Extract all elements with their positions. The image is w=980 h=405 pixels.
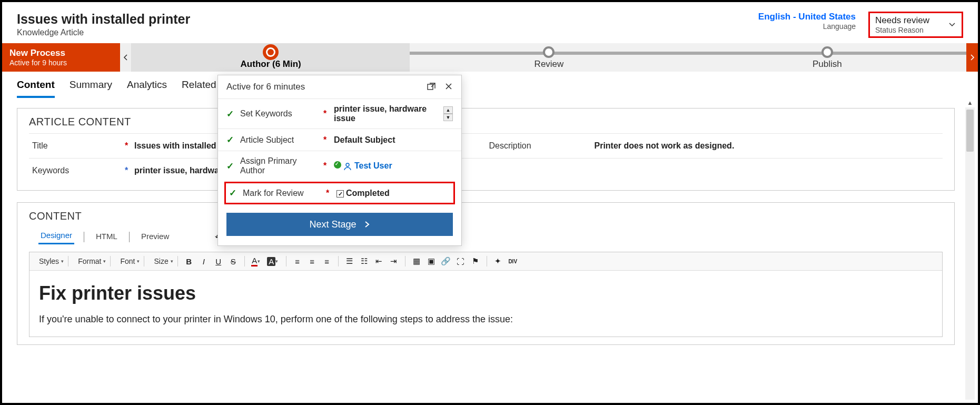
flyout-field-label: Assign Primary Author: [240, 156, 319, 175]
flyout-row-author[interactable]: ✓ Assign Primary Author * Test User: [218, 151, 461, 181]
process-active-duration: Active for 9 hours: [9, 58, 113, 67]
checkbox-checked-icon[interactable]: ✓: [336, 190, 344, 197]
popout-icon[interactable]: [427, 82, 436, 92]
separator: [244, 256, 245, 266]
stage-indicator-active: [263, 44, 279, 60]
header-right: English - United States Language Needs r…: [758, 12, 963, 38]
article-content-section: ARTICLE CONTENT Title * Issues with inst…: [17, 108, 955, 191]
stage-label: Author (6 Min): [241, 59, 301, 70]
bulleted-list-icon[interactable]: ☷: [359, 255, 370, 267]
align-left-icon[interactable]: ≡: [292, 255, 303, 267]
vertical-scrollbar[interactable]: ▲: [965, 107, 975, 400]
page-header: Issues with installed printer Knowledge …: [2, 2, 978, 43]
svg-rect-0: [428, 84, 433, 90]
business-process-flow: New Process Active for 9 hours Author (6…: [2, 43, 978, 72]
content-paragraph: If you're unable to connect to your prin…: [39, 314, 933, 325]
numbered-list-icon[interactable]: ☰: [344, 255, 355, 267]
required-asterisk: *: [326, 189, 332, 198]
tab-related[interactable]: Related: [182, 79, 216, 98]
record-title: Issues with installed printer: [17, 12, 190, 27]
flag-icon[interactable]: ⚑: [470, 255, 481, 267]
scroll-up-icon[interactable]: ▲: [965, 98, 975, 107]
editor-content-area[interactable]: Fix printer issues If you're unable to c…: [29, 271, 942, 337]
status-reason-field[interactable]: Needs review Status Reason: [868, 12, 963, 38]
image-icon[interactable]: ▣: [425, 255, 437, 267]
align-right-icon[interactable]: ≡: [321, 255, 333, 267]
user-link[interactable]: Test User: [354, 161, 392, 170]
separator: [84, 232, 84, 242]
flyout-row-subject[interactable]: ✓ Article Subject * Default Subject: [218, 129, 461, 151]
process-stages: Author (6 Min) Review Publish: [132, 43, 966, 72]
header-left: Issues with installed printer Knowledge …: [17, 12, 190, 38]
flyout-title: Active for 6 minutes: [226, 82, 305, 92]
bold-icon[interactable]: B: [183, 255, 195, 267]
content-heading: Fix printer issues: [39, 282, 933, 304]
separator: [338, 256, 339, 266]
required-asterisk: *: [323, 135, 330, 145]
spin-up-icon[interactable]: ▲: [443, 106, 453, 114]
strikethrough-icon[interactable]: S: [227, 255, 239, 267]
highlight-icon[interactable]: A▾: [265, 255, 281, 267]
next-stage-button[interactable]: Next Stage: [226, 213, 453, 236]
outdent-icon[interactable]: ⇤: [373, 255, 385, 267]
description-value[interactable]: Printer does not work as designed.: [591, 134, 738, 158]
sparkle-icon[interactable]: ✦: [492, 255, 504, 267]
flyout-footer: Next Stage: [218, 205, 461, 245]
section-title: CONTENT: [29, 210, 943, 222]
font-color-icon[interactable]: A▾: [250, 255, 262, 267]
spinner[interactable]: ▲ ▼: [443, 106, 453, 121]
link-icon[interactable]: 🔗: [440, 255, 452, 267]
styles-dropdown[interactable]: Styles▾: [35, 256, 68, 266]
separator: [487, 256, 487, 266]
section-title: ARTICLE CONTENT: [29, 116, 943, 128]
stage-review[interactable]: Review: [410, 43, 688, 72]
stage-publish[interactable]: Publish: [688, 43, 966, 72]
process-back-button[interactable]: [120, 43, 132, 72]
editor-mode-tabs: Designer HTML Preview ↶: [29, 228, 943, 249]
flyout-row-keywords[interactable]: ✓ Set Keywords * printer issue, hardware…: [218, 98, 461, 129]
presence-icon: [334, 161, 341, 169]
font-dropdown[interactable]: Font▾: [116, 256, 144, 266]
editor-tab-html[interactable]: HTML: [94, 231, 120, 244]
editor-toolbar: Styles▾ Format▾ Font▾ Size▾ B I U S A▾ A…: [29, 252, 942, 271]
check-icon: ✓: [226, 161, 236, 172]
tab-content[interactable]: Content: [17, 79, 55, 98]
size-dropdown[interactable]: Size▾: [150, 256, 177, 266]
indent-icon[interactable]: ⇥: [388, 255, 400, 267]
next-stage-label: Next Stage: [309, 219, 356, 230]
process-info[interactable]: New Process Active for 9 hours: [2, 43, 120, 72]
editor-tab-designer[interactable]: Designer: [38, 230, 74, 244]
chevron-down-icon[interactable]: [948, 21, 956, 29]
separator: [129, 232, 130, 242]
align-center-icon[interactable]: ≡: [306, 255, 318, 267]
flyout-field-value[interactable]: ✓Completed: [336, 189, 450, 198]
spin-down-icon[interactable]: ▼: [443, 114, 453, 121]
tab-analytics[interactable]: Analytics: [127, 79, 167, 98]
div-icon[interactable]: DIV: [507, 255, 519, 267]
rich-text-editor: Styles▾ Format▾ Font▾ Size▾ B I U S A▾ A…: [29, 252, 943, 337]
process-forward-button[interactable]: [966, 43, 978, 72]
editor-tab-preview[interactable]: Preview: [139, 231, 171, 244]
flyout-field-label: Mark for Review: [243, 189, 322, 198]
stage-author[interactable]: Author (6 Min): [132, 43, 410, 72]
scroll-thumb[interactable]: [966, 110, 974, 152]
underline-icon[interactable]: U: [213, 255, 224, 267]
embed-icon[interactable]: ⛶: [455, 255, 467, 267]
tab-summary[interactable]: Summary: [70, 79, 112, 98]
flyout-field-value[interactable]: Default Subject: [334, 135, 453, 145]
title-label: Title: [29, 134, 122, 158]
flyout-field-value[interactable]: printer issue, hardware issue: [334, 104, 437, 123]
keywords-label: Keywords: [29, 159, 122, 183]
check-icon: ✓: [226, 134, 236, 145]
stage-label: Review: [534, 59, 564, 70]
flyout-field-value[interactable]: Test User: [334, 161, 453, 171]
entity-name: Knowledge Article: [17, 28, 190, 37]
language-field[interactable]: English - United States Language: [758, 12, 856, 31]
format-dropdown[interactable]: Format▾: [74, 256, 111, 266]
italic-icon[interactable]: I: [198, 255, 210, 267]
form-body: ARTICLE CONTENT Title * Issues with inst…: [2, 98, 978, 401]
table-icon[interactable]: ▦: [411, 255, 422, 267]
flyout-field-label: Article Subject: [240, 135, 319, 145]
close-icon[interactable]: [444, 82, 453, 92]
flyout-row-mark-review[interactable]: ✓ Mark for Review * ✓Completed: [224, 182, 455, 204]
